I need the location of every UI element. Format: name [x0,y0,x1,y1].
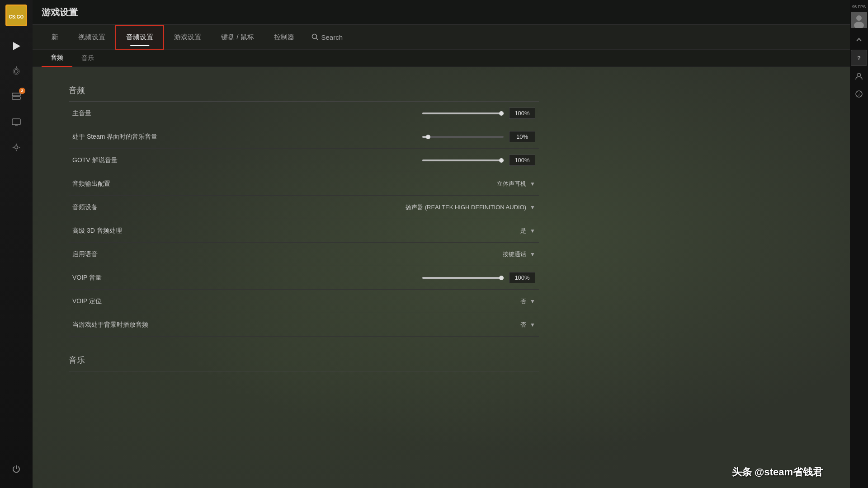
svg-point-4 [13,68,19,75]
volume-slider-thumb [499,111,504,116]
gotv-value: 100% [509,155,535,166]
avatar [851,12,867,28]
volume-control: 100% [208,108,535,119]
right-panel: 95 FPS ? i [850,0,868,488]
gotv-slider-thumb [499,158,504,163]
info-icon[interactable]: i [851,86,867,102]
chevron-up-icon[interactable] [851,32,867,48]
svg-line-12 [316,38,318,41]
gotv-slider-track [422,160,504,161]
tab-keyboard-mouse[interactable]: 键盘 / 鼠标 [211,25,264,50]
volume-label: 主音量 [72,109,208,117]
voip-volume-slider-thumb [499,276,504,280]
setting-row-3d-audio: 高级 3D 音频处理 是 ▼ [69,219,539,243]
content-inner: 音频 主音量 100% 处于 Steam 界面时的音乐音量 [33,67,575,389]
voip-position-value: 否 [520,297,526,305]
steam-music-slider-track [422,136,504,138]
watermark: 头条 @steam省钱君 [732,465,823,479]
volume-slider[interactable] [422,113,504,114]
user-icon[interactable] [851,68,867,84]
svg-point-16 [857,73,861,77]
setting-row-output-config: 音频输出配置 立体声耳机 ▼ [69,172,539,196]
voip-volume-slider[interactable] [422,277,504,279]
gotv-control: 100% [208,155,535,166]
voice-value: 按键通话 [503,250,526,258]
tab-video-settings[interactable]: 视频设置 [68,25,115,50]
tab-controller[interactable]: 控制器 [264,25,304,50]
3d-audio-control: 是 ▼ [208,227,535,235]
svg-point-3 [14,70,18,73]
audio-device-dropdown[interactable]: 扬声器 (REALTEK HIGH DEFINITION AUDIO) ▼ [406,203,535,211]
csgo-logo-icon: CS:GO [5,5,27,26]
svg-point-11 [312,34,316,39]
setting-row-steam-music: 处于 Steam 界面时的音乐音量 10% [69,125,539,149]
steam-music-slider-thumb [426,135,430,139]
output-config-control: 立体声耳机 ▼ [208,180,535,188]
antenna-icon[interactable] [5,60,28,83]
setting-row-audio-device: 音频设备 扬声器 (REALTEK HIGH DEFINITION AUDIO)… [69,196,539,219]
steam-music-control: 10% [208,131,535,142]
bg-audio-control: 否 ▼ [208,321,535,329]
voip-volume-slider-fill [422,277,504,279]
svg-rect-6 [12,93,20,96]
music-section-header: 音乐 [69,346,539,371]
3d-audio-value: 是 [520,227,526,235]
3d-audio-label: 高级 3D 音频处理 [72,227,208,235]
fps-display: 95 FPS [851,4,867,10]
voip-volume-label: VOIP 音量 [72,274,208,282]
steam-music-value: 10% [509,131,535,142]
tv-icon[interactable] [5,110,28,134]
output-config-value: 立体声耳机 [497,180,526,188]
volume-slider-fill [422,113,504,114]
sidebar: CS:GO 3 [0,0,33,488]
voice-label: 启用语音 [72,250,208,258]
output-config-dropdown[interactable]: 立体声耳机 ▼ [497,180,535,188]
svg-rect-8 [12,119,20,125]
bg-audio-value: 否 [520,321,526,329]
audio-device-arrow: ▼ [530,204,535,211]
settings-icon[interactable] [5,136,28,159]
help-icon[interactable]: ? [851,50,867,66]
sub-tab-audio[interactable]: 音频 [42,50,72,67]
search-tab[interactable]: Search [304,33,350,41]
setting-row-voice: 启用语音 按键通话 ▼ [69,243,539,266]
3d-audio-dropdown[interactable]: 是 ▼ [520,227,535,235]
voice-dropdown[interactable]: 按键通话 ▼ [503,250,535,258]
voip-volume-value: 100% [509,272,535,283]
audio-device-control: 扬声器 (REALTEK HIGH DEFINITION AUDIO) ▼ [208,203,535,211]
svg-text:CS:GO: CS:GO [9,14,24,19]
tab-new[interactable]: 新 [42,25,68,50]
volume-value: 100% [509,108,535,119]
search-icon [311,33,319,41]
voip-volume-control: 100% [208,272,535,283]
power-icon[interactable] [5,457,28,481]
bg-audio-label: 当游戏处于背景时播放音频 [72,321,208,329]
voip-volume-slider-track [422,277,504,279]
logo: CS:GO [5,4,28,27]
sub-tab-music[interactable]: 音乐 [72,50,103,67]
voip-position-dropdown[interactable]: 否 ▼ [520,297,535,305]
sub-tab-bar: 音频 音乐 [33,50,850,67]
setting-row-gotv: GOTV 解说音量 100% [69,149,539,172]
tab-game-settings[interactable]: 游戏设置 [164,25,211,50]
tab-audio-settings[interactable]: 音频设置 [115,25,164,50]
gotv-slider[interactable] [422,160,504,161]
steam-music-label: 处于 Steam 界面时的音乐音量 [72,133,208,141]
steam-music-slider[interactable] [422,136,504,138]
audio-section-header: 音频 [69,76,539,102]
play-icon[interactable] [5,34,28,58]
voice-control: 按键通话 ▼ [208,250,535,258]
svg-text:i: i [859,92,860,97]
tab-bar: 新 视频设置 音频设置 游戏设置 键盘 / 鼠标 控制器 Search [33,25,850,50]
storage-icon[interactable]: 3 [5,85,28,108]
bg-audio-dropdown[interactable]: 否 ▼ [520,321,535,329]
svg-rect-7 [12,97,20,99]
setting-row-voip-volume: VOIP 音量 100% [69,266,539,290]
svg-marker-2 [13,42,20,50]
gotv-slider-fill [422,160,504,161]
badge-count: 3 [19,88,25,94]
voip-position-control: 否 ▼ [208,297,535,305]
gotv-label: GOTV 解说音量 [72,156,208,164]
content-area: 音频 主音量 100% 处于 Steam 界面时的音乐音量 [33,67,850,488]
setting-row-bg-audio: 当游戏处于背景时播放音频 否 ▼ [69,313,539,337]
